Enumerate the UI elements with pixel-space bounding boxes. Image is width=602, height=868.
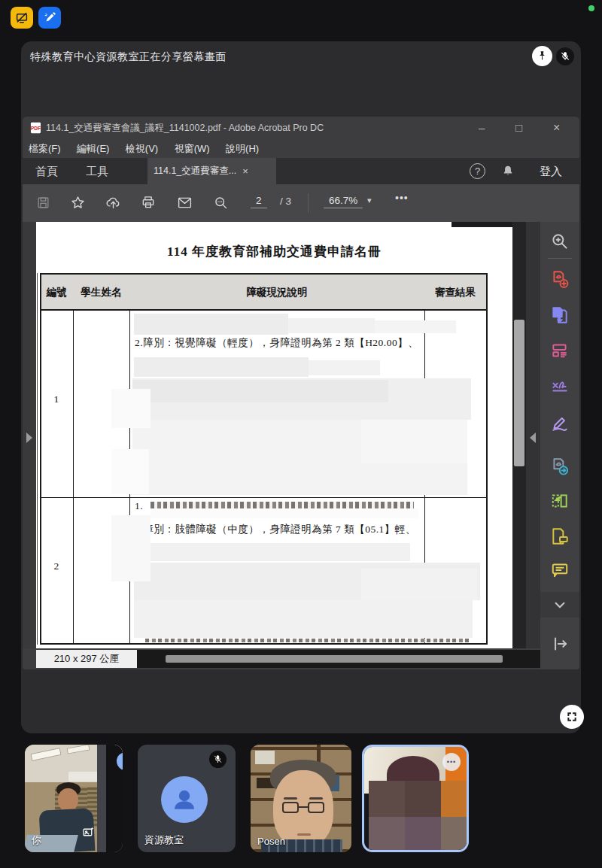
- comment-icon[interactable]: [550, 560, 570, 580]
- organize-pages-icon[interactable]: [550, 491, 570, 511]
- table-border: [73, 273, 74, 645]
- menu-help[interactable]: 說明(H): [226, 139, 259, 158]
- tab-document-label: 114.1_交通費審查...: [154, 165, 236, 178]
- screen-share-banner: 特殊教育中心資源教室正在分享螢幕畫面: [30, 50, 227, 64]
- horizontal-scrollbar[interactable]: [137, 650, 540, 668]
- svg-text:PDF: PDF: [31, 126, 41, 131]
- toolbar: 2 / 3 66.7% ▾ ••• 共用: [23, 184, 579, 222]
- table-border: [37, 273, 38, 645]
- cloud-upload-icon[interactable]: [99, 188, 127, 217]
- window-title: 114.1_交通費審查會議_議程_1141002.pdf - Adobe Acr…: [46, 117, 324, 139]
- annotate-button[interactable]: [38, 7, 61, 29]
- menu-window[interactable]: 視窗(W): [175, 139, 210, 158]
- fullscreen-button[interactable]: [560, 705, 584, 729]
- email-icon[interactable]: [170, 188, 199, 217]
- recording-indicator-dot: [588, 5, 594, 11]
- participant-tile-you[interactable]: 你: [25, 745, 123, 852]
- row1-text: 2.障別：視覺障礙（輕度），身障證明為第 2 類【H20.00】、: [135, 336, 418, 350]
- col-header-no: 編號: [40, 286, 73, 299]
- pen-icon: [44, 11, 56, 24]
- vertical-scrollbar-thumb[interactable]: [514, 320, 524, 466]
- sign-pen-icon[interactable]: [550, 413, 570, 432]
- edit-pdf-icon[interactable]: [550, 341, 570, 360]
- mic-off-badge: [209, 751, 227, 768]
- close-window-icon[interactable]: ×: [553, 117, 560, 139]
- page-size-chip: 210 x 297 公厘: [36, 650, 137, 668]
- present-control-button[interactable]: [11, 7, 33, 29]
- picture-in-picture-icon[interactable]: [82, 826, 95, 839]
- tab-tools[interactable]: 工具: [86, 158, 108, 184]
- pdf-file-icon: PDF: [30, 122, 41, 134]
- toolbar-divider: [308, 193, 309, 213]
- acrobat-window: PDF 114.1_交通費審查會議_議程_1141002.pdf - Adobe…: [23, 117, 579, 669]
- save-icon[interactable]: [29, 188, 57, 217]
- tile-options-button[interactable]: •••: [442, 753, 461, 771]
- mic-off-button[interactable]: [556, 47, 574, 65]
- vertical-scrollbar[interactable]: [512, 222, 526, 648]
- redacted-block: [134, 600, 473, 638]
- document-pane: 114 年度教育部補助交通費申請名冊 編號 學生姓名: [23, 222, 579, 648]
- right-panel-toggle-zone: [526, 222, 540, 648]
- rail-more-strip: [540, 592, 579, 618]
- expand-left-panel-icon[interactable]: [26, 432, 32, 443]
- tab-document[interactable]: 114.1_交通費審查... ×: [147, 158, 276, 184]
- print-icon[interactable]: [134, 188, 163, 217]
- tab-close-icon[interactable]: ×: [242, 165, 248, 177]
- redacted-block: [111, 515, 150, 581]
- page-number-input[interactable]: 2: [251, 195, 267, 208]
- tab-home[interactable]: 首頁: [35, 158, 58, 184]
- create-pdf-icon[interactable]: [550, 269, 570, 289]
- shared-screen-area: 特殊教育中心資源教室正在分享螢幕畫面 PDF 114.1_交通費審查會議_議程_…: [21, 41, 581, 733]
- bell-icon[interactable]: [501, 164, 515, 178]
- participant-name: Posen: [257, 836, 285, 847]
- redacted-block: [134, 357, 309, 377]
- zoom-level-input[interactable]: 66.7%: [324, 195, 363, 208]
- menu-file[interactable]: 檔案(F): [29, 139, 61, 158]
- row2-line1-prefix: 1.: [135, 500, 143, 512]
- find-icon[interactable]: [206, 188, 235, 217]
- comment-file-icon[interactable]: [550, 527, 570, 546]
- redacted-text-smudge: [145, 639, 469, 642]
- tools-rail: [540, 222, 579, 669]
- star-icon[interactable]: [63, 188, 92, 217]
- redacted-block: [361, 420, 467, 463]
- collapse-right-panel-icon[interactable]: [530, 432, 536, 443]
- export-pdf-icon[interactable]: [550, 305, 570, 325]
- horizontal-scrollbar-thumb[interactable]: [166, 655, 503, 663]
- help-icon[interactable]: ?: [470, 163, 485, 179]
- menu-view[interactable]: 檢視(V): [126, 139, 158, 158]
- table-border: [40, 497, 488, 498]
- redacted-block: [288, 318, 375, 333]
- minimize-icon[interactable]: –: [479, 117, 485, 139]
- more-tools-icon[interactable]: •••: [395, 192, 409, 204]
- tab-bar: 首頁 工具 114.1_交通費審查... × ? 登入: [23, 158, 579, 184]
- send-file-icon[interactable]: [550, 457, 570, 476]
- fill-sign-icon[interactable]: [550, 377, 570, 396]
- search-tools-icon[interactable]: [550, 232, 570, 251]
- avatar: [161, 776, 208, 823]
- open-pane-icon[interactable]: [550, 634, 570, 654]
- zoom-caret-icon[interactable]: ▾: [367, 196, 372, 205]
- col-header-desc: 障礙現況說明: [129, 286, 424, 299]
- pin-button[interactable]: [532, 46, 552, 66]
- pdf-page: 114 年度教育部補助交通費申請名冊 編號 學生姓名: [36, 222, 512, 648]
- three-dots-icon: •••: [447, 759, 456, 766]
- page-gap-strip: [451, 222, 512, 227]
- status-bar: 210 x 297 公厘: [23, 648, 540, 669]
- col-header-result: 審查結果: [424, 286, 486, 299]
- table-border: [40, 309, 488, 311]
- fullscreen-icon: [566, 711, 578, 723]
- presentation-off-icon: [15, 11, 29, 25]
- rail-divider: [548, 258, 572, 259]
- redacted-block: [111, 389, 150, 428]
- table-border: [40, 273, 41, 645]
- participant-tile-posen[interactable]: Posen: [251, 745, 351, 852]
- participant-tile-active[interactable]: •••: [362, 745, 469, 852]
- menu-edit[interactable]: 編輯(E): [77, 139, 109, 158]
- table-border: [40, 643, 488, 645]
- participant-tile-resource-room[interactable]: 資源教室: [138, 745, 236, 852]
- chevron-down-icon[interactable]: [550, 595, 570, 615]
- participant-name: 你: [32, 833, 41, 847]
- sign-in-link[interactable]: 登入: [540, 158, 562, 184]
- maximize-icon[interactable]: □: [515, 117, 522, 139]
